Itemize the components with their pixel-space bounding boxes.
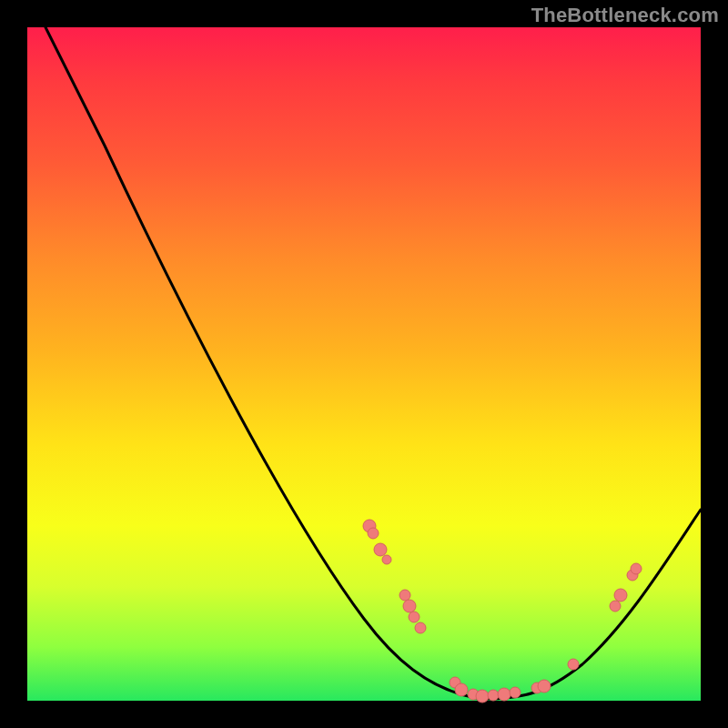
scatter-dot (415, 622, 426, 633)
curve-svg (27, 27, 701, 701)
scatter-dot (610, 601, 621, 612)
scatter-dot (399, 590, 410, 601)
scatter-dot (403, 600, 416, 612)
scatter-dot (488, 690, 499, 701)
scatter-dot (568, 659, 579, 670)
scatter-dot (374, 543, 387, 556)
scatter-dot (409, 612, 420, 622)
bottleneck-curve (46, 27, 701, 699)
scatter-dot (510, 687, 521, 698)
scatter-dot (614, 589, 627, 602)
scatter-dot (368, 528, 379, 539)
scatter-group (363, 520, 642, 703)
scatter-dot (476, 690, 489, 703)
gradient-plot-area (27, 27, 701, 701)
scatter-dot (382, 555, 391, 564)
scatter-dot (538, 680, 551, 693)
scatter-dot (631, 563, 642, 574)
scatter-dot (498, 688, 511, 701)
scatter-dot (455, 683, 468, 696)
chart-frame: TheBottleneck.com (0, 0, 728, 728)
watermark-text: TheBottleneck.com (531, 4, 719, 27)
